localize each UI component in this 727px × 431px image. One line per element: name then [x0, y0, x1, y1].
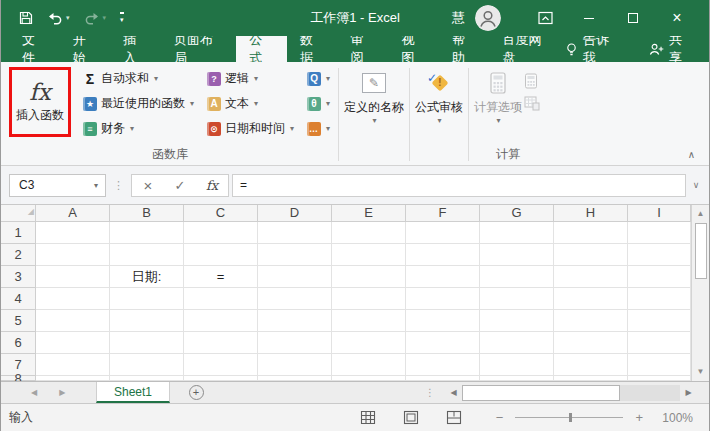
insert-function-button[interactable]: fx 插入函数: [12, 70, 68, 134]
formula-bar-expand-icon[interactable]: ∨: [686, 180, 706, 190]
tab-insert[interactable]: 插入: [110, 36, 161, 62]
tab-view[interactable]: 视图: [388, 36, 439, 62]
cell-g1[interactable]: [480, 222, 554, 244]
tab-data[interactable]: 数据: [287, 36, 338, 62]
scroll-down-icon[interactable]: ▼: [697, 365, 705, 379]
cell-e4[interactable]: [332, 288, 406, 310]
cell-i5[interactable]: [628, 310, 691, 332]
column-header-c[interactable]: C: [184, 205, 258, 222]
formula-auditing-button[interactable]: ! ✓ 公式审核 ▾: [415, 66, 463, 125]
cell-b1[interactable]: [110, 222, 184, 244]
cell-i2[interactable]: [628, 244, 691, 266]
row-header-5[interactable]: 5: [1, 310, 36, 332]
close-button[interactable]: ×: [655, 0, 699, 36]
cell-d3[interactable]: [258, 266, 332, 288]
avatar[interactable]: [475, 5, 501, 31]
cell-h2[interactable]: [554, 244, 628, 266]
row-header-2[interactable]: 2: [1, 244, 36, 266]
prev-sheet-icon[interactable]: ◀: [31, 388, 37, 397]
cell-f6[interactable]: [406, 332, 480, 354]
column-header-i[interactable]: I: [628, 205, 691, 222]
column-header-a[interactable]: A: [36, 205, 110, 222]
collapse-ribbon-icon[interactable]: ∧: [688, 149, 695, 160]
cell-h7[interactable]: [554, 354, 628, 376]
select-all-corner[interactable]: ◢: [1, 205, 36, 222]
next-sheet-icon[interactable]: ▶: [59, 388, 65, 397]
more-functions-button[interactable]: … ▾: [304, 116, 333, 141]
cell-e1[interactable]: [332, 222, 406, 244]
date-time-button[interactable]: ⊙ 日期和时间 ▾: [204, 116, 297, 141]
math-trig-button[interactable]: θ ▾: [304, 91, 333, 116]
tab-help[interactable]: 帮助: [439, 36, 490, 62]
recently-used-button[interactable]: ★ 最近使用的函数 ▾: [80, 91, 197, 116]
cell-e3[interactable]: [332, 266, 406, 288]
undo-button[interactable]: ▾: [47, 12, 70, 25]
financial-button[interactable]: ≡ 财务 ▾: [80, 116, 197, 141]
cell-d2[interactable]: [258, 244, 332, 266]
tab-review[interactable]: 审阅: [338, 36, 389, 62]
cell-g3[interactable]: [480, 266, 554, 288]
cell-g7[interactable]: [480, 354, 554, 376]
horizontal-scroll-thumb[interactable]: [462, 385, 620, 401]
zoom-level[interactable]: 100%: [659, 411, 693, 425]
cell-e5[interactable]: [332, 310, 406, 332]
cell-a4[interactable]: [36, 288, 110, 310]
cell-c3[interactable]: =: [184, 266, 258, 288]
cell-f2[interactable]: [406, 244, 480, 266]
row-header-3[interactable]: 3: [1, 266, 36, 288]
logical-button[interactable]: ? 逻辑 ▾: [204, 66, 297, 91]
insert-function-fx-button[interactable]: fx: [196, 178, 228, 193]
calculation-options-button[interactable]: 计算选项 ▾: [474, 66, 522, 125]
column-header-b[interactable]: B: [110, 205, 184, 222]
cell-f1[interactable]: [406, 222, 480, 244]
scroll-right-icon[interactable]: ▶: [680, 388, 697, 397]
cell-c4[interactable]: [184, 288, 258, 310]
cell-i3[interactable]: [628, 266, 691, 288]
cell-f4[interactable]: [406, 288, 480, 310]
cell-f7[interactable]: [406, 354, 480, 376]
cell-c1[interactable]: [184, 222, 258, 244]
cell-h6[interactable]: [554, 332, 628, 354]
zoom-slider[interactable]: [515, 417, 623, 418]
column-header-h[interactable]: H: [554, 205, 628, 222]
cell-h1[interactable]: [554, 222, 628, 244]
cell-a3[interactable]: [36, 266, 110, 288]
tab-page-layout[interactable]: 页面布局: [161, 36, 236, 62]
cell-d4[interactable]: [258, 288, 332, 310]
normal-view-icon[interactable]: [360, 410, 376, 425]
cell-e7[interactable]: [332, 354, 406, 376]
cell-g4[interactable]: [480, 288, 554, 310]
cell-i4[interactable]: [628, 288, 691, 310]
cell-h5[interactable]: [554, 310, 628, 332]
column-header-d[interactable]: D: [258, 205, 332, 222]
new-sheet-button[interactable]: +: [170, 382, 222, 403]
cell-c5[interactable]: [184, 310, 258, 332]
formula-input[interactable]: =: [232, 174, 686, 197]
row-header-4[interactable]: 4: [1, 288, 36, 310]
cell-i6[interactable]: [628, 332, 691, 354]
redo-button[interactable]: ▾: [84, 12, 107, 25]
cell-e6[interactable]: [332, 332, 406, 354]
cell-e2[interactable]: [332, 244, 406, 266]
customize-qat-button[interactable]: ▾: [120, 12, 124, 24]
cell-b7[interactable]: [110, 354, 184, 376]
defined-names-button[interactable]: ✎ 定义的名称 ▾: [344, 66, 404, 125]
tab-formulas[interactable]: 公式: [236, 36, 287, 62]
vertical-scroll-thumb[interactable]: [695, 223, 707, 279]
cell-a6[interactable]: [36, 332, 110, 354]
cell-d6[interactable]: [258, 332, 332, 354]
cell-h3[interactable]: [554, 266, 628, 288]
ribbon-display-options-button[interactable]: [523, 0, 567, 36]
name-box-dropdown-icon[interactable]: ▾: [87, 181, 105, 190]
cell-d5[interactable]: [258, 310, 332, 332]
tab-home[interactable]: 开始: [60, 36, 111, 62]
horizontal-scrollbar[interactable]: ◀ ▶: [445, 382, 697, 403]
scroll-left-icon[interactable]: ◀: [445, 388, 462, 397]
column-header-f[interactable]: F: [406, 205, 480, 222]
save-button[interactable]: [19, 11, 33, 25]
cell-a2[interactable]: [36, 244, 110, 266]
cell-b2[interactable]: [110, 244, 184, 266]
column-header-g[interactable]: G: [480, 205, 554, 222]
row-header-1[interactable]: 1: [1, 222, 36, 244]
scroll-up-icon[interactable]: ▲: [697, 207, 705, 221]
